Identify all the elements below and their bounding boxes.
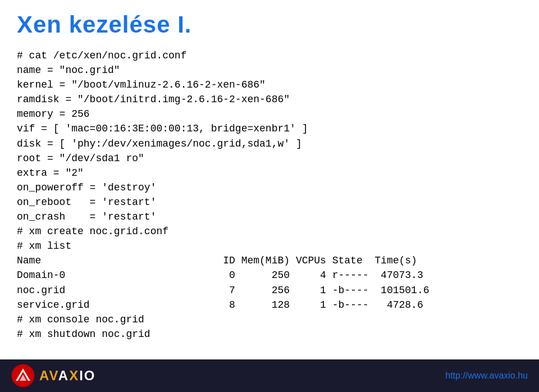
footer: AVAXIO http://www.avaxio.hu xyxy=(0,359,539,392)
code-block: # cat /etc/xen/noc.grid.conf name = "noc… xyxy=(17,48,522,341)
main-content: Xen kezelése I. # cat /etc/xen/noc.grid.… xyxy=(0,0,539,347)
page-title: Xen kezelése I. xyxy=(17,11,522,38)
footer-logo-text: AVAXIO xyxy=(39,368,95,384)
avaxio-logo-icon xyxy=(11,364,35,388)
footer-url: http://www.avaxio.hu xyxy=(445,371,528,381)
footer-logo: AVAXIO xyxy=(11,364,95,388)
